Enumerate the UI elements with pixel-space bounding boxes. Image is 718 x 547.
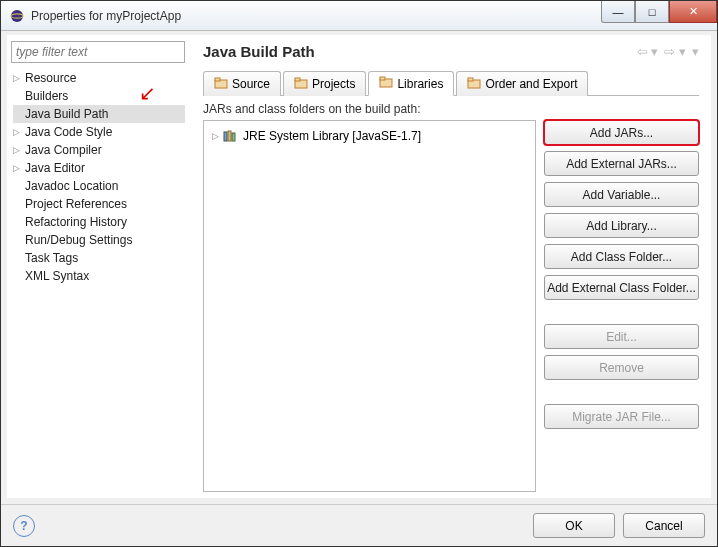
tab-icon — [379, 76, 393, 91]
tab-icon — [294, 77, 308, 92]
titlebar: Properties for myProjectApp — □ ✕ — [1, 1, 717, 31]
svg-rect-9 — [468, 78, 473, 81]
tab-icon — [467, 77, 481, 92]
sidebar-item-run-debug-settings[interactable]: Run/Debug Settings — [13, 231, 185, 249]
tab-label: Order and Export — [485, 77, 577, 91]
category-sidebar: ResourceBuildersJava Build PathJava Code… — [7, 35, 189, 498]
tab-order-and-export[interactable]: Order and Export — [456, 71, 588, 96]
add-class-folder-button[interactable]: Add Class Folder... — [544, 244, 699, 269]
dialog-body: ResourceBuildersJava Build PathJava Code… — [7, 35, 711, 498]
eclipse-icon — [9, 8, 25, 24]
edit-button: Edit... — [544, 324, 699, 349]
sidebar-item-project-references[interactable]: Project References — [13, 195, 185, 213]
sidebar-item-xml-syntax[interactable]: XML Syntax — [13, 267, 185, 285]
sidebar-item-javadoc-location[interactable]: Javadoc Location — [13, 177, 185, 195]
minimize-button[interactable]: — — [601, 1, 635, 23]
main-header: Java Build Path ⇦ ▾ ⇨ ▾ ▾ — [203, 43, 699, 60]
add-jars-button[interactable]: Add JARs... — [544, 120, 699, 145]
libraries-tree[interactable]: ▷ JRE System Library [JavaSE-1.7] — [203, 120, 536, 492]
library-entry[interactable]: ▷ JRE System Library [JavaSE-1.7] — [210, 127, 529, 145]
tab-source[interactable]: Source — [203, 71, 281, 96]
migrate-jar-file-button: Migrate JAR File... — [544, 404, 699, 429]
window-title: Properties for myProjectApp — [31, 9, 601, 23]
filter-input[interactable] — [11, 41, 185, 63]
add-variable-button[interactable]: Add Variable... — [544, 182, 699, 207]
tab-label: Projects — [312, 77, 355, 91]
tab-icon — [214, 77, 228, 92]
menu-icon[interactable]: ▾ — [692, 44, 699, 59]
dialog-footer: ? OK Cancel — [1, 504, 717, 546]
close-button[interactable]: ✕ — [669, 1, 717, 23]
add-external-jars-button[interactable]: Add External JARs... — [544, 151, 699, 176]
sidebar-item-builders[interactable]: Builders — [13, 87, 185, 105]
library-label: JRE System Library [JavaSE-1.7] — [243, 129, 421, 143]
sidebar-item-task-tags[interactable]: Task Tags — [13, 249, 185, 267]
page-title: Java Build Path — [203, 43, 637, 60]
maximize-button[interactable]: □ — [635, 1, 669, 23]
expand-icon[interactable]: ▷ — [212, 131, 219, 141]
sidebar-item-java-compiler[interactable]: Java Compiler — [13, 141, 185, 159]
sidebar-item-resource[interactable]: Resource — [13, 69, 185, 87]
main-panel: ↙ Java Build Path ⇦ ▾ ⇨ ▾ ▾ SourceProjec… — [189, 35, 711, 498]
button-column: Add JARs...Add External JARs...Add Varia… — [544, 120, 699, 492]
subheader-label: JARs and class folders on the build path… — [203, 102, 699, 116]
svg-rect-3 — [215, 78, 220, 81]
ok-button[interactable]: OK — [533, 513, 615, 538]
tab-libraries[interactable]: Libraries — [368, 71, 454, 96]
svg-rect-10 — [224, 132, 227, 141]
help-icon[interactable]: ? — [13, 515, 35, 537]
svg-point-0 — [11, 10, 23, 22]
add-library-button[interactable]: Add Library... — [544, 213, 699, 238]
tab-label: Source — [232, 77, 270, 91]
svg-rect-12 — [232, 133, 235, 141]
svg-rect-7 — [380, 77, 385, 80]
library-icon — [223, 130, 239, 142]
tab-projects[interactable]: Projects — [283, 71, 366, 96]
tab-label: Libraries — [397, 77, 443, 91]
category-tree[interactable]: ResourceBuildersJava Build PathJava Code… — [11, 69, 185, 492]
forward-icon[interactable]: ⇨ ▾ — [664, 44, 686, 59]
cancel-button[interactable]: Cancel — [623, 513, 705, 538]
remove-button: Remove — [544, 355, 699, 380]
window-buttons: — □ ✕ — [601, 1, 717, 30]
sidebar-item-java-code-style[interactable]: Java Code Style — [13, 123, 185, 141]
sidebar-item-java-editor[interactable]: Java Editor — [13, 159, 185, 177]
svg-rect-5 — [295, 78, 300, 81]
properties-dialog: Properties for myProjectApp — □ ✕ Resour… — [0, 0, 718, 547]
sidebar-item-refactoring-history[interactable]: Refactoring History — [13, 213, 185, 231]
tab-bar: SourceProjectsLibrariesOrder and Export — [203, 70, 699, 96]
nav-buttons: ⇦ ▾ ⇨ ▾ ▾ — [637, 44, 699, 59]
libraries-area: ▷ JRE System Library [JavaSE-1.7] Add JA… — [203, 120, 699, 492]
sidebar-item-java-build-path[interactable]: Java Build Path — [13, 105, 185, 123]
add-external-class-folder-button[interactable]: Add External Class Folder... — [544, 275, 699, 300]
svg-rect-11 — [228, 131, 231, 141]
back-icon[interactable]: ⇦ ▾ — [637, 44, 659, 59]
